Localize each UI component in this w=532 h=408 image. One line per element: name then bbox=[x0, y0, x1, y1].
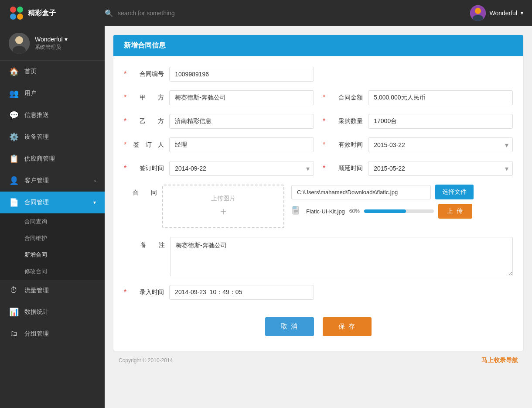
sidebar-subitem-contract-add[interactable]: 新增合同 bbox=[0, 247, 105, 263]
sidebar-item-customers[interactable]: 👤 客户管理 ‹ bbox=[0, 170, 105, 192]
sign-date-select-wrap: 2014-09-22 ▾ bbox=[169, 161, 314, 176]
form-body: * 合同编号 * 甲 方 * 合同金额 bbox=[113, 56, 523, 351]
upload-dropzone[interactable]: 上传图片 ＋ bbox=[162, 185, 284, 228]
form-group-contract-amount: * 合同金额 bbox=[323, 90, 513, 105]
upload-content: 上传图片 ＋ 选择文件 bbox=[162, 185, 513, 228]
upload-button[interactable]: 上 传 bbox=[438, 204, 472, 219]
form-row-sign-date: * 签订时间 2014-09-22 ▾ * 顺延时间 bbox=[124, 161, 513, 176]
textarea-section: 备 注 梅赛德斯-奔驰公司 bbox=[124, 237, 513, 276]
choose-file-button[interactable]: 选择文件 bbox=[435, 185, 474, 199]
upload-hint-text: 上传图片 bbox=[211, 195, 235, 202]
upload-file-path-input[interactable] bbox=[291, 185, 431, 199]
input-contract-amount[interactable] bbox=[368, 90, 513, 105]
form-group-entry-time: * 录入时间 bbox=[124, 285, 314, 300]
messages-icon: 💬 bbox=[9, 110, 19, 120]
form-group-sign-date: * 签订时间 2014-09-22 ▾ bbox=[124, 161, 314, 176]
label-entry-time: 录入时间 bbox=[133, 288, 164, 296]
required-star-valid-date: * bbox=[323, 141, 325, 149]
form-row-party-a: * 甲 方 * 合同金额 bbox=[124, 90, 513, 105]
required-star-entry-time: * bbox=[124, 288, 126, 296]
form-group-valid-date: * 有效时间 2015-03-22 ▾ bbox=[323, 137, 513, 152]
input-signer[interactable] bbox=[169, 137, 314, 152]
sidebar: Wonderful ▾ 系统管理员 🏠 首页 👥 用户 💬 信息推送 ⚙️ 设 bbox=[0, 26, 105, 408]
sidebar-label-suppliers: 供应商管理 bbox=[24, 155, 55, 163]
top-header: 精彩盒子 🔍 Wonderful ▾ bbox=[0, 0, 532, 26]
sidebar-label-customers: 客户管理 bbox=[24, 177, 49, 185]
logo-icon bbox=[9, 5, 24, 21]
logo-area: 精彩盒子 bbox=[9, 5, 105, 21]
input-purchase-qty[interactable] bbox=[368, 114, 513, 129]
sidebar-subitem-contract-maintain[interactable]: 合同维护 bbox=[0, 230, 105, 247]
sidebar-subitem-contract-edit[interactable]: 修改合同 bbox=[0, 263, 105, 280]
select-delay-date[interactable]: 2015-05-22 bbox=[368, 161, 513, 176]
upload-progress-pct: 60% bbox=[349, 208, 360, 214]
sidebar-avatar bbox=[9, 33, 30, 54]
sidebar-subitem-contract-query[interactable]: 合同查询 bbox=[0, 213, 105, 230]
customers-icon: 👤 bbox=[9, 176, 19, 185]
sidebar-item-stats[interactable]: 📊 数据统计 bbox=[0, 301, 105, 323]
delay-date-select-wrap: 2015-05-22 ▾ bbox=[368, 161, 513, 176]
sidebar-item-traffic[interactable]: ⏱ 流量管理 bbox=[0, 280, 105, 301]
svg-point-2 bbox=[10, 14, 16, 20]
input-entry-time[interactable] bbox=[169, 285, 314, 300]
sidebar-label-traffic: 流量管理 bbox=[24, 287, 49, 295]
form-group-party-a: * 甲 方 bbox=[124, 90, 314, 105]
required-star-qty: * bbox=[323, 117, 325, 125]
label-remark: 备 注 bbox=[130, 241, 165, 249]
cancel-button[interactable]: 取 消 bbox=[265, 317, 314, 336]
required-star-delay-date: * bbox=[323, 165, 325, 172]
home-icon: 🏠 bbox=[9, 67, 19, 76]
input-contract-no[interactable] bbox=[169, 67, 314, 82]
required-star-sign-date: * bbox=[124, 165, 126, 172]
footer-copyright: Copyright © 2010-2014 bbox=[119, 357, 173, 363]
traffic-icon: ⏱ bbox=[9, 286, 19, 295]
label-party-b: 乙 方 bbox=[133, 117, 164, 125]
sidebar-item-suppliers[interactable]: 📋 供应商管理 bbox=[0, 148, 105, 170]
sidebar-item-groups[interactable]: 🗂 分组管理 bbox=[0, 323, 105, 344]
avatar bbox=[470, 5, 486, 21]
upload-file-row: 选择文件 bbox=[291, 185, 513, 199]
select-valid-date[interactable]: 2015-03-22 bbox=[368, 137, 513, 152]
sidebar-label-home: 首页 bbox=[24, 68, 37, 75]
form-group-party-b: * 乙 方 bbox=[124, 114, 314, 129]
valid-date-select-wrap: 2015-03-22 ▾ bbox=[368, 137, 513, 152]
sidebar-item-messages[interactable]: 💬 信息推送 bbox=[0, 104, 105, 126]
form-header: 新增合同信息 bbox=[113, 35, 523, 56]
form-card: 新增合同信息 * 合同编号 * 甲 方 bbox=[113, 35, 523, 351]
select-sign-date[interactable]: 2014-09-22 bbox=[169, 161, 314, 176]
sidebar-username: Wonderful ▾ bbox=[35, 36, 68, 43]
user-area[interactable]: Wonderful ▾ bbox=[470, 5, 523, 21]
upload-progress-row: Flatic-UI-Kit.jpg 60% 上 传 bbox=[291, 204, 513, 219]
save-button[interactable]: 保 存 bbox=[323, 317, 372, 336]
form-row-entry-time: * 录入时间 bbox=[124, 285, 513, 300]
remark-textarea[interactable]: 梅赛德斯-奔驰公司 bbox=[170, 237, 513, 276]
sidebar-item-devices[interactable]: ⚙️ 设备管理 bbox=[0, 126, 105, 148]
search-input[interactable] bbox=[118, 10, 249, 17]
input-party-a[interactable] bbox=[169, 90, 314, 105]
progress-bar bbox=[364, 209, 406, 213]
label-party-a: 甲 方 bbox=[133, 94, 164, 102]
contracts-icon: 📄 bbox=[9, 198, 19, 207]
label-signer: 签 订 人 bbox=[133, 141, 164, 149]
sidebar-item-contracts[interactable]: 📄 合同管理 ▾ bbox=[0, 192, 105, 213]
svg-point-1 bbox=[17, 7, 23, 13]
search-icon: 🔍 bbox=[105, 9, 113, 17]
sidebar-item-users[interactable]: 👥 用户 bbox=[0, 82, 105, 104]
user-dropdown-icon[interactable]: ▾ bbox=[521, 10, 523, 16]
sidebar-username-arrow: ▾ bbox=[65, 36, 68, 43]
suppliers-icon: 📋 bbox=[9, 154, 19, 164]
input-party-b[interactable] bbox=[169, 114, 314, 129]
required-star-amount: * bbox=[323, 94, 325, 102]
sidebar-item-home[interactable]: 🏠 首页 bbox=[0, 61, 105, 82]
form-group-delay-date: * 顺延时间 2015-05-22 ▾ bbox=[323, 161, 513, 176]
label-contract-no: 合同编号 bbox=[133, 70, 164, 78]
users-icon: 👥 bbox=[9, 89, 19, 98]
search-area: 🔍 bbox=[105, 9, 470, 17]
user-avatar-svg bbox=[470, 5, 486, 21]
sidebar-label-contracts: 合同管理 bbox=[24, 199, 49, 206]
main-layout: Wonderful ▾ 系统管理员 🏠 首页 👥 用户 💬 信息推送 ⚙️ 设 bbox=[0, 26, 532, 408]
sidebar-role: 系统管理员 bbox=[35, 44, 68, 51]
progress-bar-wrap bbox=[364, 209, 434, 213]
upload-section: 合 同 上传图片 ＋ 选择文件 bbox=[124, 185, 513, 228]
form-group-purchase-qty: * 采购数量 bbox=[323, 114, 513, 129]
